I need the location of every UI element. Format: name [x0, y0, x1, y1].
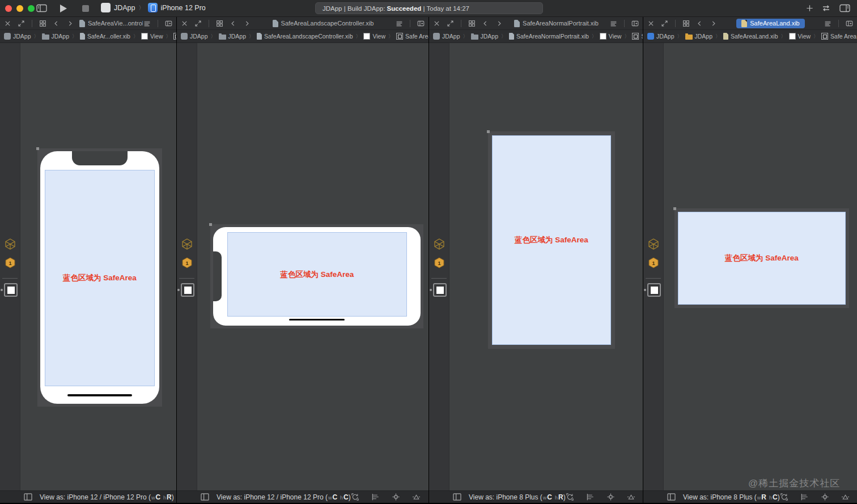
breadcrumb-safearea[interactable]: Safe Area [396, 33, 428, 40]
breadcrumb-group[interactable]: JDApp [219, 33, 247, 40]
resolve-issues-icon[interactable] [627, 493, 635, 501]
breadcrumb-file[interactable]: SafeAreaLandscapeController.xib [257, 33, 353, 40]
add-constraints-icon[interactable] [606, 493, 615, 501]
files-owner-cube-icon[interactable] [647, 237, 660, 251]
add-constraints-icon[interactable] [821, 493, 829, 501]
breadcrumb-view[interactable]: View [600, 33, 622, 40]
breadcrumb-safearea[interactable]: Safe Area [632, 33, 643, 40]
breadcrumb-file[interactable]: SafeAreaNormalPortrait.xib [509, 33, 589, 40]
breadcrumb-project[interactable]: JDApp [181, 33, 208, 40]
view-as-label[interactable]: View as: iPhone 8 Plus (wChR) [469, 493, 566, 501]
safe-area-view[interactable]: 蓝色区域为 SafeArea [678, 212, 846, 305]
first-responder-cube-icon[interactable]: 1 [180, 256, 194, 270]
close-editor-icon[interactable] [432, 19, 441, 28]
canvas[interactable]: 1 蓝色区域为 SafeArea [643, 43, 857, 490]
first-responder-cube-icon[interactable]: 1 [647, 256, 660, 270]
breadcrumb-project[interactable]: JDApp [4, 33, 31, 40]
back-icon[interactable] [695, 19, 704, 28]
minimize-window-button[interactable] [16, 5, 23, 12]
breadcrumb-group[interactable]: JDApp [471, 33, 499, 40]
selection-handle[interactable] [673, 207, 676, 210]
safe-area-view[interactable]: 蓝色区域为 SafeArea [492, 135, 611, 345]
breadcrumb-file[interactable]: SafeAreaLand.xib [723, 33, 778, 40]
selection-handle[interactable] [209, 223, 212, 226]
tab[interactable]: SafeAreaVie...ontroller.xib [74, 19, 143, 28]
scheme-selector[interactable]: JDApp 〉 iPhone 12 Pro [101, 3, 206, 12]
breadcrumb-project[interactable]: JDApp [433, 33, 460, 40]
first-responder-cube-icon[interactable]: 1 [3, 256, 17, 270]
tab[interactable]: SafeAreaNormalPortrait.xib [509, 19, 604, 28]
forward-icon[interactable] [243, 19, 251, 28]
selection-handle[interactable] [487, 130, 490, 133]
update-frames-icon[interactable] [780, 493, 788, 501]
minimap-icon[interactable] [609, 19, 618, 28]
outline-toggle-icon[interactable] [667, 493, 676, 501]
breadcrumb-group[interactable]: JDApp [42, 33, 70, 40]
expand-editor-icon[interactable] [446, 19, 455, 28]
forward-icon[interactable] [709, 19, 718, 28]
files-owner-cube-icon[interactable] [180, 237, 194, 251]
files-owner-cube-icon[interactable] [3, 237, 17, 251]
add-editor-icon[interactable] [631, 19, 639, 28]
related-items-icon[interactable] [682, 19, 690, 28]
device-preview-iphone8plus-portrait[interactable]: 蓝色区域为 SafeArea [488, 131, 615, 349]
breadcrumb-safearea[interactable]: Safe Area [821, 33, 856, 40]
close-editor-icon[interactable] [3, 19, 12, 28]
close-editor-icon[interactable] [647, 19, 655, 28]
canvas[interactable]: 1 蓝色区域为 SafeArea [429, 43, 643, 490]
files-owner-cube-icon[interactable] [432, 237, 446, 251]
breadcrumb-group[interactable]: JDApp [685, 33, 713, 40]
run-button[interactable] [60, 5, 67, 12]
forward-icon[interactable] [66, 19, 74, 28]
view-thumbnail-button[interactable] [647, 283, 661, 297]
add-tab-icon[interactable] [805, 4, 814, 12]
breadcrumb-safearea[interactable]: Safe Area [173, 33, 176, 40]
minimap-icon[interactable] [143, 19, 151, 28]
forward-icon[interactable] [495, 19, 503, 28]
device-preview-iphone8plus-landscape[interactable]: 蓝色区域为 SafeArea [674, 208, 849, 308]
view-as-label[interactable]: View as: iPhone 8 Plus (wRhC) [683, 493, 780, 501]
outline-toggle-icon[interactable] [453, 493, 461, 501]
add-editor-icon[interactable] [164, 19, 173, 28]
version-editor-icon[interactable] [821, 4, 831, 12]
breadcrumb-view[interactable]: View [363, 33, 385, 40]
related-items-icon[interactable] [215, 19, 224, 28]
view-thumbnail-button[interactable] [181, 283, 194, 297]
breadcrumb-view[interactable]: View [141, 33, 163, 40]
align-icon[interactable] [800, 493, 809, 501]
expand-editor-icon[interactable] [660, 19, 669, 28]
view-as-label[interactable]: View as: iPhone 12 / iPhone 12 Pro (wChC… [217, 493, 351, 501]
device-preview-iphone12-portrait[interactable]: 蓝色区域为 SafeArea [37, 148, 162, 407]
align-icon[interactable] [586, 493, 595, 501]
canvas[interactable]: 1 蓝色区域为 SafeArea [0, 43, 176, 490]
close-editor-icon[interactable] [180, 19, 189, 28]
align-icon[interactable] [371, 493, 380, 501]
related-items-icon[interactable] [39, 19, 47, 28]
minimap-icon[interactable] [824, 19, 832, 28]
view-thumbnail-button[interactable] [433, 283, 447, 297]
zoom-window-button[interactable] [28, 5, 35, 12]
safe-area-view[interactable]: 蓝色区域为 SafeArea [45, 170, 155, 386]
outline-toggle-icon[interactable] [201, 493, 209, 501]
device-preview-iphone12-landscape[interactable]: 蓝色区域为 SafeArea [210, 224, 423, 328]
back-icon[interactable] [52, 19, 61, 28]
stop-button[interactable] [82, 5, 89, 12]
related-items-icon[interactable] [468, 19, 476, 28]
first-responder-cube-icon[interactable]: 1 [432, 256, 446, 270]
resolve-issues-icon[interactable] [412, 493, 421, 501]
view-as-label[interactable]: View as: iPhone 12 / iPhone 12 Pro (wChR… [40, 493, 174, 501]
resolve-issues-icon[interactable] [841, 493, 850, 501]
add-editor-icon[interactable] [845, 19, 854, 28]
selection-handle[interactable] [36, 147, 39, 150]
update-frames-icon[interactable] [351, 493, 359, 501]
breadcrumb-file[interactable]: SafeAr...oller.xib [80, 33, 130, 40]
close-window-button[interactable] [5, 5, 12, 12]
add-editor-icon[interactable] [417, 19, 425, 28]
breadcrumb-project[interactable]: JDApp [647, 33, 674, 40]
expand-editor-icon[interactable] [17, 19, 26, 28]
view-thumbnail-button[interactable] [4, 283, 18, 297]
outline-toggle-icon[interactable] [24, 493, 32, 501]
tab[interactable]: SafeAreaLandscapeController.xib [268, 19, 379, 28]
update-frames-icon[interactable] [566, 493, 574, 501]
add-constraints-icon[interactable] [392, 493, 400, 501]
